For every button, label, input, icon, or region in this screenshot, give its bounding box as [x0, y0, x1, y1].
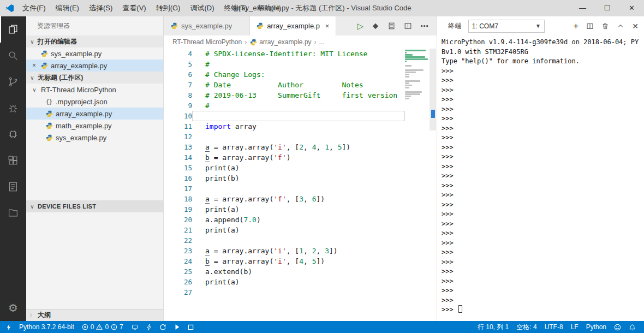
- cursor-position[interactable]: 行 10, 列 1: [474, 321, 512, 333]
- activity-notes[interactable]: [0, 174, 26, 200]
- more-actions-button[interactable]: ⋯: [420, 21, 429, 31]
- menu-item[interactable]: 编辑(E): [51, 0, 84, 16]
- code-line[interactable]: 23a = array.array('i', [1, 2, 3]): [164, 246, 437, 256]
- activity-settings[interactable]: ⚙: [0, 295, 26, 321]
- feedback-button[interactable]: [610, 321, 625, 333]
- breadcrumb-item[interactable]: ...: [319, 38, 325, 46]
- editor-scrollbar[interactable]: [429, 49, 437, 321]
- debug-button[interactable]: [372, 22, 379, 30]
- python-file-icon: [257, 22, 264, 29]
- code-line[interactable]: 6# Change Logs:: [164, 69, 437, 80]
- open-editor-item[interactable]: sys_example.py: [26, 47, 163, 60]
- activity-debug[interactable]: [0, 95, 26, 121]
- flash-download-button[interactable]: [142, 321, 156, 333]
- breadcrumb-label: array_example.py: [259, 38, 311, 46]
- code-line[interactable]: 11import array: [164, 121, 437, 132]
- menu-item[interactable]: 文件(F): [17, 0, 51, 16]
- code-line[interactable]: 18a = array.array('f', [3, 6]): [164, 194, 437, 204]
- activity-search[interactable]: [0, 43, 26, 69]
- close-editor-icon[interactable]: ×: [31, 62, 38, 69]
- minimap[interactable]: [405, 50, 429, 102]
- eol-sequence[interactable]: LF: [567, 321, 582, 333]
- close-button[interactable]: ✕: [619, 0, 644, 16]
- line-number: 24: [164, 257, 192, 265]
- code-line[interactable]: 26print(a): [164, 277, 437, 287]
- device-files-header[interactable]: ∨ DEVICE FILES LIST: [26, 200, 163, 212]
- encoding[interactable]: UTF-8: [541, 321, 567, 333]
- remote-indicator[interactable]: [2, 321, 15, 333]
- code-line[interactable]: 20a.append(7.0): [164, 215, 437, 225]
- indentation[interactable]: 空格: 4: [512, 321, 540, 333]
- run-button[interactable]: [170, 321, 184, 333]
- activity-source-control[interactable]: [0, 69, 26, 95]
- tree-file[interactable]: math_example.py: [26, 120, 163, 132]
- code-line[interactable]: 25a.extend(b): [164, 266, 437, 277]
- activity-extensions[interactable]: [0, 147, 26, 174]
- code-line[interactable]: 16print(b): [164, 173, 437, 183]
- scrollbar-handle[interactable]: [430, 49, 436, 130]
- menu-item[interactable]: 调试(D): [185, 0, 219, 16]
- sync-button[interactable]: [156, 321, 170, 333]
- activity-explorer[interactable]: [0, 16, 26, 43]
- code-line[interactable]: 9#: [164, 100, 437, 111]
- activity-folder-library[interactable]: [0, 200, 26, 226]
- open-editors-header[interactable]: ∨ 打开的编辑器: [26, 35, 163, 47]
- split-editor-button[interactable]: [404, 22, 412, 30]
- workspace-header[interactable]: ∨ 无标题 (工作区): [26, 72, 163, 84]
- outline-header[interactable]: 〉 大纲: [26, 309, 163, 321]
- activity-device[interactable]: [0, 121, 26, 147]
- code-editor[interactable]: 4# SPDX-License-Identifier: MIT License5…: [164, 49, 437, 321]
- code-line[interactable]: 24b = array.array('i', [4, 5]): [164, 256, 437, 266]
- terminal-output[interactable]: MicroPython v1.9.4-114-g309fe39d on 2018…: [437, 35, 644, 321]
- stop-button[interactable]: [184, 321, 198, 333]
- editor-tab[interactable]: array_example.py×: [250, 16, 336, 35]
- menu-item[interactable]: 查看(V): [117, 0, 151, 16]
- problems-indicator[interactable]: 0 0 7: [78, 321, 127, 333]
- close-tab-icon[interactable]: ×: [323, 22, 331, 30]
- code-line[interactable]: 4# SPDX-License-Identifier: MIT License: [164, 49, 437, 59]
- maximize-panel-button[interactable]: [617, 22, 624, 30]
- tree-folder[interactable]: ∨RT-Thread MicroPython: [26, 84, 163, 96]
- run-file-button[interactable]: ▷: [357, 22, 363, 30]
- code-line[interactable]: 8# 2019-06-13 SummerGift first version: [164, 90, 437, 100]
- open-preview-button[interactable]: [387, 22, 396, 30]
- code-line[interactable]: 19print(a): [164, 204, 437, 215]
- maximize-button[interactable]: ☐: [595, 0, 619, 16]
- tree-file[interactable]: {}.mpyproject.json: [26, 96, 163, 108]
- tree-file[interactable]: sys_example.py: [26, 132, 163, 144]
- terminal-tab[interactable]: 终端: [448, 21, 462, 31]
- search-icon: [7, 50, 19, 62]
- code-line[interactable]: 15print(a): [164, 163, 437, 173]
- menu-item[interactable]: 选择(S): [84, 0, 117, 16]
- line-number: 25: [164, 267, 192, 276]
- code-line[interactable]: 7# Date Author Notes: [164, 80, 437, 90]
- python-interpreter[interactable]: Python 3.7.2 64-bit: [15, 321, 78, 333]
- code-line[interactable]: 13a = array.array('i', [2, 4, 1, 5]): [164, 142, 437, 152]
- terminal-prompt-line: >>>: [442, 133, 644, 143]
- open-editor-item[interactable]: ×array_example.py: [26, 60, 163, 72]
- kill-terminal-button[interactable]: [601, 22, 609, 30]
- new-terminal-button[interactable]: +: [573, 21, 579, 31]
- code-line[interactable]: 12: [164, 132, 437, 142]
- chip-icon: [7, 128, 19, 140]
- code-line[interactable]: 10: [164, 111, 437, 121]
- breadcrumb-item[interactable]: array_example.py: [249, 38, 311, 46]
- code-text: a = array.array('f', [3, 6]): [192, 194, 405, 204]
- code-line[interactable]: 17: [164, 183, 437, 194]
- minimize-button[interactable]: —: [570, 0, 595, 16]
- code-line[interactable]: 5#: [164, 59, 437, 69]
- code-line[interactable]: 27: [164, 287, 437, 298]
- notifications-button[interactable]: [625, 321, 640, 333]
- code-line[interactable]: 21print(a): [164, 225, 437, 235]
- code-line[interactable]: 14b = array.array('f'): [164, 152, 437, 163]
- close-panel-button[interactable]: ✕: [632, 22, 639, 30]
- language-mode[interactable]: Python: [582, 321, 610, 333]
- editor-tab[interactable]: sys_example.py: [164, 16, 250, 35]
- menu-item[interactable]: 转到(G): [151, 0, 186, 16]
- breadcrumb-item[interactable]: RT-Thread MicroPython: [172, 38, 242, 46]
- board-button[interactable]: [127, 321, 142, 333]
- code-line[interactable]: 22: [164, 235, 437, 246]
- terminal-selector[interactable]: 1: COM7 ▼: [468, 20, 545, 33]
- tree-file[interactable]: array_example.py: [26, 108, 163, 120]
- split-terminal-button[interactable]: [586, 22, 594, 30]
